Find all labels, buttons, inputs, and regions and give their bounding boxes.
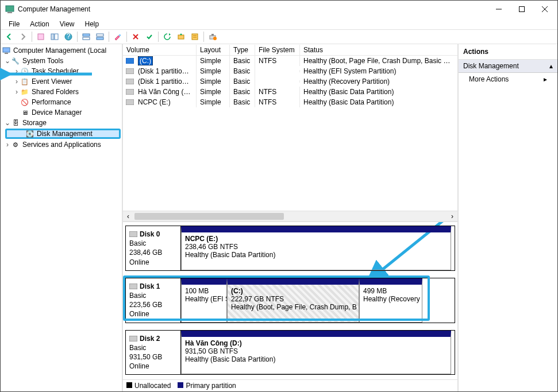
- svg-rect-29: [126, 68, 134, 74]
- collapse-icon[interactable]: ⌄: [4, 57, 11, 65]
- svg-rect-32: [126, 99, 134, 105]
- actions-header: Actions: [459, 44, 557, 60]
- forward-button[interactable]: [17, 30, 29, 43]
- tree-storage[interactable]: ⌄ 🗄 Storage: [2, 118, 121, 128]
- device-icon: 🖥: [20, 108, 29, 117]
- scroll-thumb[interactable]: [134, 213, 284, 220]
- view-bottom-button[interactable]: [94, 30, 106, 43]
- performance-icon: 🚫: [20, 98, 29, 107]
- partition[interactable]: Hà Văn Công (D:)931,50 GB NTFSHealthy (B…: [181, 331, 451, 375]
- partition[interactable]: NCPC (E:)238,46 GB NTFSHealthy (Basic Da…: [181, 226, 451, 270]
- disk-icon: [129, 231, 137, 237]
- tree-event-viewer[interactable]: › 📋 Event Viewer: [2, 76, 121, 87]
- svg-rect-19: [192, 34, 198, 40]
- scroll-right-button[interactable]: ›: [447, 212, 457, 220]
- collapse-icon[interactable]: ⌄: [4, 119, 11, 127]
- tree-root[interactable]: Computer Management (Local: [2, 45, 121, 56]
- app-icon: [5, 5, 14, 14]
- volume-row[interactable]: (Disk 1 partition 1)SimpleBasicHealthy (…: [123, 66, 457, 76]
- maximize-button[interactable]: [510, 2, 533, 17]
- more-actions-button[interactable]: [206, 30, 219, 43]
- col-type[interactable]: Type: [230, 45, 255, 55]
- toolbar: ?: [1, 29, 557, 44]
- volume-list[interactable]: (C:)SimpleBasicNTFSHealthy (Boot, Page F…: [123, 56, 457, 211]
- tree-device-manager[interactable]: 🖥 Device Manager: [2, 107, 121, 118]
- col-status[interactable]: Status: [300, 45, 457, 55]
- help-button[interactable]: ?: [62, 30, 75, 43]
- computer-icon: [2, 46, 11, 55]
- disk-block[interactable]: Disk 2Basic931,50 GBOnlineHà Văn Công (D…: [125, 330, 455, 375]
- view-top-button[interactable]: [80, 30, 93, 43]
- svg-rect-30: [126, 79, 134, 84]
- col-volume[interactable]: Volume: [123, 45, 197, 55]
- chevron-right-icon: ▸: [544, 75, 547, 83]
- volume-scrollbar[interactable]: ‹ ›: [123, 211, 457, 221]
- col-filesystem[interactable]: File System: [255, 45, 300, 55]
- svg-rect-0: [6, 6, 14, 11]
- partition[interactable]: 100 MBHealthy (EFI S: [181, 278, 227, 323]
- svg-rect-34: [129, 231, 137, 237]
- actions-more[interactable]: More Actions▸: [459, 73, 557, 86]
- folder-icon: 📁: [20, 87, 29, 96]
- svg-rect-14: [97, 37, 103, 40]
- svg-text:?: ?: [67, 33, 71, 40]
- main-content: Volume Layout Type File System Status (C…: [123, 44, 457, 391]
- check-button[interactable]: [143, 30, 156, 43]
- legend: Unallocated Primary partition: [123, 379, 457, 391]
- tree-performance[interactable]: 🚫 Performance: [2, 97, 121, 107]
- tree-shared-folders[interactable]: › 📁 Shared Folders: [2, 87, 121, 97]
- nav-tree[interactable]: Computer Management (Local ⌄ 🔧 System To…: [1, 44, 123, 391]
- expand-icon[interactable]: ›: [4, 141, 11, 149]
- show-hide-tree-button[interactable]: [48, 30, 61, 43]
- svg-rect-7: [51, 34, 54, 40]
- actions-pane: Actions Disk Management▴ More Actions▸: [457, 44, 557, 391]
- expand-icon[interactable]: ›: [13, 67, 20, 75]
- rescan-disks-button[interactable]: [175, 30, 187, 43]
- scroll-left-button[interactable]: ‹: [123, 212, 133, 220]
- minimize-button[interactable]: [487, 2, 510, 17]
- volume-row[interactable]: Hà Văn Công (D:)SimpleBasicNTFSHealthy (…: [123, 87, 457, 97]
- menu-help[interactable]: Help: [80, 19, 104, 28]
- delete-button[interactable]: [129, 30, 142, 43]
- legend-swatch-primary: [178, 382, 183, 388]
- disk-block[interactable]: Disk 0Basic238,46 GBOnlineNCPC (E:)238,4…: [125, 226, 455, 271]
- svg-rect-26: [5, 53, 8, 54]
- expand-icon[interactable]: ›: [13, 77, 20, 86]
- volume-row[interactable]: (C:)SimpleBasicNTFSHealthy (Boot, Page F…: [123, 56, 457, 66]
- drive-icon: [125, 79, 134, 84]
- col-layout[interactable]: Layout: [197, 45, 230, 55]
- menu-file[interactable]: File: [4, 19, 24, 28]
- refresh-button[interactable]: [161, 30, 174, 43]
- collapse-icon: ▴: [549, 62, 553, 70]
- properties-button[interactable]: [34, 30, 47, 43]
- tree-task-scheduler[interactable]: › 🕒 Task Scheduler: [2, 66, 121, 76]
- volume-row[interactable]: (Disk 1 partition 4)SimpleBasicHealthy (…: [123, 76, 457, 87]
- volume-list-header[interactable]: Volume Layout Type File System Status: [123, 44, 457, 56]
- svg-point-24: [213, 37, 217, 40]
- volume-row[interactable]: NCPC (E:)SimpleBasicNTFSHealthy (Basic D…: [123, 97, 457, 107]
- actions-section[interactable]: Disk Management▴: [459, 60, 557, 73]
- tree-root-label: Computer Management (Local: [13, 46, 106, 55]
- menu-action[interactable]: Action: [25, 19, 53, 28]
- disk-icon: [129, 336, 137, 341]
- settings-button[interactable]: [111, 30, 124, 43]
- disk-block[interactable]: Disk 1Basic223,56 GBOnline100 MBHealthy …: [125, 278, 455, 323]
- tree-disk-management[interactable]: 💽 Disk Management: [5, 129, 121, 139]
- partition[interactable]: 499 MBHealthy (Recovery: [359, 278, 422, 323]
- svg-rect-36: [129, 336, 137, 341]
- tree-services-apps[interactable]: › ⚙ Services and Applications: [2, 139, 121, 150]
- scroll-track[interactable]: [133, 212, 447, 220]
- clock-icon: 🕒: [20, 67, 29, 76]
- disk-graphical-view[interactable]: Disk 0Basic238,46 GBOnlineNCPC (E:)238,4…: [123, 221, 457, 379]
- expand-icon[interactable]: ›: [13, 88, 20, 96]
- disk-icon: 💽: [25, 129, 34, 138]
- menu-view[interactable]: View: [55, 19, 79, 28]
- svg-rect-11: [83, 34, 90, 36]
- tree-system-tools[interactable]: ⌄ 🔧 System Tools: [2, 56, 121, 66]
- back-button[interactable]: [3, 30, 16, 43]
- close-button[interactable]: [533, 2, 556, 17]
- action-list-button[interactable]: [188, 30, 201, 43]
- storage-icon: 🗄: [11, 118, 20, 127]
- svg-rect-31: [126, 89, 134, 95]
- partition[interactable]: (C:)222,97 GB NTFSHealthy (Boot, Page Fi…: [227, 278, 359, 323]
